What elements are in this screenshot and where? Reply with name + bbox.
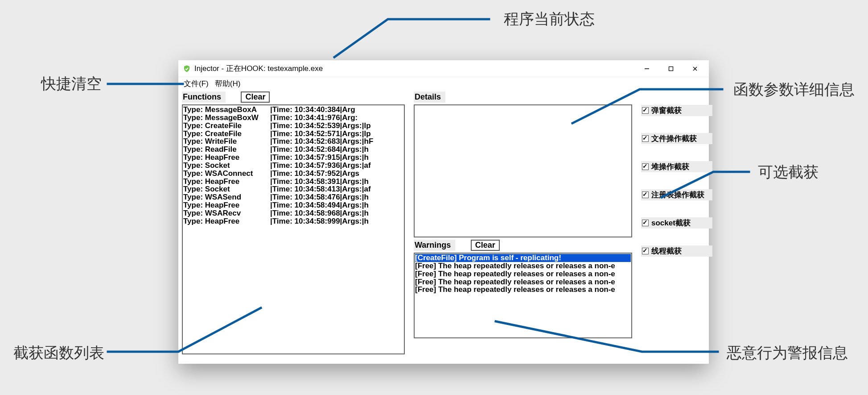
menu-file[interactable]: 文件(F) bbox=[181, 78, 211, 89]
anno-clear: 快捷清空 bbox=[41, 74, 102, 94]
maximize-button[interactable] bbox=[659, 61, 683, 77]
app-window: Injector - 正在HOOK: testexample.exe 文件(F)… bbox=[178, 60, 709, 364]
function-row[interactable]: Type: WSASend|Time: 10:34:58:476|Args:|h bbox=[183, 193, 403, 201]
capture-option[interactable]: 线程截获 bbox=[641, 245, 712, 257]
close-button[interactable] bbox=[683, 61, 707, 77]
function-row[interactable]: Type: Socket|Time: 10:34:58:413|Args:|af bbox=[183, 185, 403, 193]
capture-option[interactable]: 弹窗截获 bbox=[641, 105, 712, 116]
checkbox-icon[interactable] bbox=[642, 163, 649, 170]
function-row[interactable]: Type: HeapFree|Time: 10:34:58:494|Args:|… bbox=[183, 201, 403, 209]
anno-funclist: 截获函数列表 bbox=[13, 343, 104, 363]
checkbox-icon[interactable] bbox=[642, 220, 649, 226]
capture-option-label: 堆操作截获 bbox=[651, 162, 689, 172]
warning-row[interactable]: [Free] The heap repeatedly releases or r… bbox=[415, 262, 631, 270]
warning-row[interactable]: [Free] The heap repeatedly releases or r… bbox=[415, 278, 631, 286]
anno-warnings: 恶意行为警报信息 bbox=[727, 343, 848, 363]
function-row[interactable]: Type: HeapFree|Time: 10:34:57:915|Args:|… bbox=[183, 154, 403, 162]
window-title: Injector - 正在HOOK: testexample.exe bbox=[194, 63, 323, 74]
warning-row[interactable]: [Free] The heap repeatedly releases or r… bbox=[415, 286, 631, 294]
anno-options: 可选截获 bbox=[758, 162, 819, 183]
shield-icon bbox=[183, 65, 191, 73]
capture-option-label: socket截获 bbox=[651, 218, 691, 228]
warnings-list[interactable]: [CreateFile] Program is self - replicati… bbox=[414, 253, 632, 338]
function-row[interactable]: Type: Socket|Time: 10:34:57:936|Args:|af bbox=[183, 162, 403, 170]
details-box[interactable] bbox=[414, 104, 632, 237]
functions-clear-button[interactable]: Clear bbox=[241, 91, 270, 103]
function-row[interactable]: Type: WSAConnect|Time: 10:34:57:952|Args bbox=[183, 170, 403, 178]
capture-option-label: 注册表操作截获 bbox=[651, 190, 704, 200]
capture-option-label: 线程截获 bbox=[651, 246, 682, 256]
checkbox-icon[interactable] bbox=[642, 107, 649, 114]
warnings-clear-button[interactable]: Clear bbox=[471, 240, 500, 251]
checkbox-icon[interactable] bbox=[642, 191, 649, 198]
checkbox-icon[interactable] bbox=[642, 248, 649, 254]
function-row[interactable]: Type: WSARecv|Time: 10:34:58:968|Args:|h bbox=[183, 209, 403, 217]
function-row[interactable]: Type: WriteFile|Time: 10:34:52:683|Args:… bbox=[183, 137, 403, 146]
functions-label: Functions bbox=[182, 91, 226, 103]
function-row[interactable]: Type: MessageBoxW|Time: 10:34:41:976|Arg… bbox=[183, 114, 403, 122]
function-row[interactable]: Type: MessageBoxA|Time: 10:34:40:384|Arg bbox=[183, 106, 403, 114]
function-row[interactable]: Type: CreateFile|Time: 10:34:52:539|Args… bbox=[183, 122, 403, 130]
capture-option-label: 弹窗截获 bbox=[651, 105, 682, 116]
function-row[interactable]: Type: CreateFile|Time: 10:34:52:571|Args… bbox=[183, 130, 403, 138]
functions-list[interactable]: Type: MessageBoxA|Time: 10:34:40:384|Arg… bbox=[182, 104, 405, 354]
capture-option[interactable]: 堆操作截获 bbox=[641, 161, 712, 172]
checkbox-icon[interactable] bbox=[642, 135, 649, 142]
menu-help[interactable]: 帮助(H) bbox=[212, 78, 243, 89]
menubar: 文件(F) 帮助(H) bbox=[178, 77, 709, 91]
function-row[interactable]: Type: HeapFree|Time: 10:34:58:999|Args:|… bbox=[183, 217, 403, 225]
capture-option[interactable]: socket截获 bbox=[641, 217, 712, 229]
anno-details: 函数参数详细信息 bbox=[733, 79, 855, 100]
anno-status: 程序当前状态 bbox=[504, 9, 595, 29]
capture-options: 弹窗截获文件操作截获堆操作截获注册表操作截获socket截获线程截获 bbox=[641, 105, 712, 274]
function-row[interactable]: Type: ReadFile|Time: 10:34:52:684|Args:|… bbox=[183, 146, 403, 154]
svg-rect-0 bbox=[669, 67, 673, 71]
capture-option-label: 文件操作截获 bbox=[651, 133, 697, 144]
capture-option[interactable]: 文件操作截获 bbox=[641, 133, 712, 144]
titlebar[interactable]: Injector - 正在HOOK: testexample.exe bbox=[178, 60, 709, 77]
minimize-button[interactable] bbox=[635, 61, 659, 77]
details-label: Details bbox=[414, 91, 445, 103]
warning-row[interactable]: [CreateFile] Program is self - replicati… bbox=[415, 254, 631, 262]
capture-option[interactable]: 注册表操作截获 bbox=[641, 189, 712, 200]
function-row[interactable]: Type: HeapFree|Time: 10:34:58:391|Args:|… bbox=[183, 178, 403, 186]
warning-row[interactable]: [Free] The heap repeatedly releases or r… bbox=[415, 270, 631, 278]
warnings-label: Warnings bbox=[414, 240, 455, 251]
